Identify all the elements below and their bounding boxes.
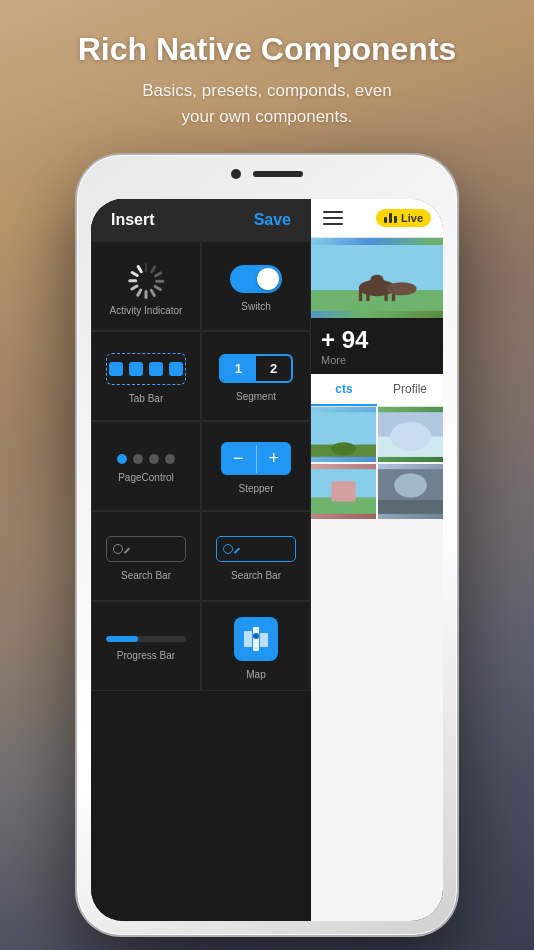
tab-bar-label: Tab Bar [129,393,163,404]
activity-spoke-7 [136,288,143,297]
stepper-label: Stepper [238,483,273,494]
tabs-row: cts Profile [311,374,443,407]
phone-speaker [253,171,303,177]
live-badge[interactable]: Live [376,209,431,227]
tab-dot-4 [169,362,183,376]
stepper-plus: + [257,442,292,475]
insert-label: Insert [111,211,155,229]
sub-title: Basics, presets, componds, evenyour own … [0,78,534,129]
segment-icon: 1 2 [219,354,293,383]
progress-bar-label: Progress Bar [117,650,175,661]
activity-spoke-5 [149,288,156,297]
stepper-icon: − + [221,442,291,475]
activity-spoke-3 [155,279,164,282]
photo-2 [378,407,443,462]
big-number: + 94 [321,326,433,354]
phone-camera [231,169,241,179]
segment-item-2: 2 [256,356,291,381]
right-topbar: Live [311,199,443,238]
component-segment[interactable]: 1 2 Segment [201,331,311,421]
page-dot-3 [149,454,159,464]
svg-point-24 [394,473,427,497]
hamburger-menu[interactable] [323,211,343,225]
switch-icon [230,265,282,293]
component-tab-bar[interactable]: Tab Bar [91,331,201,421]
search-bar-2-label: Search Bar [231,570,281,581]
horse-image [311,238,443,318]
search-bar-1-icon [106,536,186,562]
save-button[interactable]: Save [254,211,291,229]
svg-rect-25 [378,500,443,514]
search-bar-1-label: Search Bar [121,570,171,581]
ham-line-1 [323,211,343,213]
activity-spoke-4 [153,284,162,291]
activity-spoke-9 [128,279,137,282]
more-text: More [321,354,433,366]
component-search-bar-2[interactable]: Search Bar [201,511,311,601]
page-control-icon [117,454,175,464]
bar-1 [384,217,387,223]
svg-rect-9 [359,290,362,302]
component-activity-indicator[interactable]: Activity Indicator [91,241,201,331]
svg-rect-2 [260,633,268,647]
photo-4 [378,464,443,519]
svg-rect-0 [244,631,252,647]
bar-3 [394,216,397,223]
photo-grid [311,407,443,519]
search-circle-blue-icon [223,544,233,554]
tab-cts[interactable]: cts [311,374,377,406]
main-title: Rich Native Components [0,30,534,68]
svg-point-3 [253,633,259,639]
svg-point-8 [370,275,383,285]
activity-spoke-1 [149,264,156,273]
ham-line-2 [323,217,343,219]
phone-notch [231,169,303,179]
activity-spoke-10 [130,270,139,277]
photo-4-svg [378,464,443,519]
component-progress-bar[interactable]: Progress Bar [91,601,201,691]
photo-3 [311,464,376,519]
component-stepper[interactable]: − + Stepper [201,421,311,511]
map-svg [242,625,270,653]
activity-spoke-0 [145,263,148,272]
page-control-label: PageControl [118,472,174,483]
progress-fill [106,636,138,642]
stepper-minus: − [221,442,256,475]
activity-spoke-2 [153,270,162,277]
photo-1-svg [311,407,376,462]
activity-spoke-11 [136,264,143,273]
map-icon [234,617,278,661]
svg-rect-14 [311,412,376,445]
segment-label: Segment [236,391,276,402]
segment-item-1: 1 [221,356,256,381]
header-section: Rich Native Components Basics, presets, … [0,30,534,129]
insert-panel: Insert Save Activity Indicator [91,199,311,921]
map-label: Map [246,669,265,680]
numbers-section: + 94 More [311,318,443,374]
photo-3-svg [311,464,376,519]
progress-bar-icon [106,636,186,642]
activity-indicator-label: Activity Indicator [110,305,183,316]
activity-spoke-6 [145,290,148,299]
switch-label: Switch [241,301,270,312]
page-dot-4 [165,454,175,464]
photo-2-svg [378,407,443,462]
bar-2 [389,213,392,223]
right-panel: Live [311,199,443,921]
live-bar-icon [384,213,397,223]
component-map[interactable]: Map [201,601,311,691]
tab-dot-2 [129,362,143,376]
component-switch[interactable]: Switch [201,241,311,331]
component-page-control[interactable]: PageControl [91,421,201,511]
component-search-bar-1[interactable]: Search Bar [91,511,201,601]
svg-rect-10 [366,290,369,302]
tab-dot-3 [149,362,163,376]
photo-1 [311,407,376,462]
live-text: Live [401,212,423,224]
page-dot-2 [133,454,143,464]
tab-profile[interactable]: Profile [377,374,443,406]
svg-point-19 [390,422,431,451]
svg-point-16 [331,442,355,455]
search-bar-2-icon [216,536,296,562]
phone-frame-wrapper: Insert Save Activity Indicator [77,155,457,935]
